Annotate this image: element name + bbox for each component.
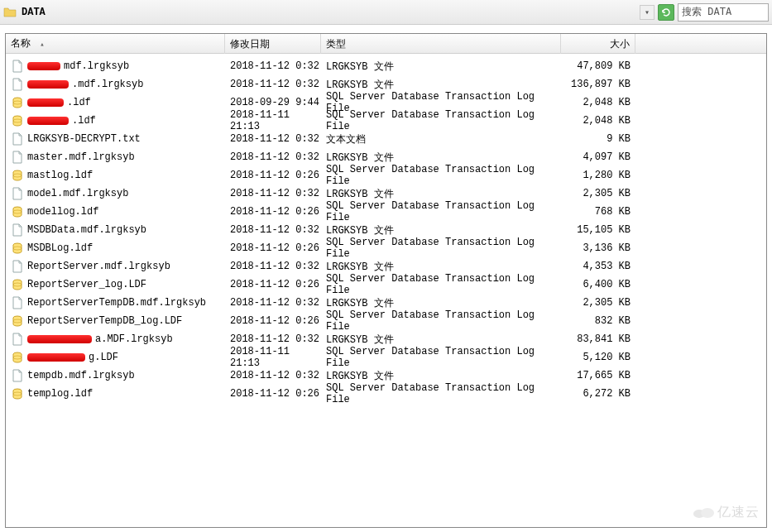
database-icon [11, 169, 24, 182]
cell-type: SQL Server Database Transaction Log File [321, 109, 561, 132]
cell-type: LRGKSYB 文件 [321, 223, 561, 237]
redacted-text [27, 98, 64, 107]
cell-date: 2018-11-12 0:26 [225, 206, 321, 218]
table-row[interactable]: MSDBLog.ldf2018-11-12 0:26SQL Server Dat… [6, 239, 766, 257]
file-pane: 名称 ▴ 修改日期 类型 大小 mdf.lrgksyb2018-11-12 0:… [5, 33, 767, 528]
filename-text: ReportServerTempDB_log.LDF [27, 315, 182, 327]
database-icon [11, 387, 24, 400]
filename-text: g.LDF [89, 352, 118, 363]
cell-filename: LRGKSYB-DECRYPT.txt [6, 132, 225, 146]
path-label: DATA [20, 7, 46, 18]
cell-date: 2018-09-29 9:44 [225, 97, 321, 108]
column-headers: 名称 ▴ 修改日期 类型 大小 [6, 34, 766, 54]
table-row[interactable]: ReportServerTempDB_log.LDF2018-11-12 0:2… [6, 312, 766, 330]
table-row[interactable]: templog.ldf2018-11-12 0:26SQL Server Dat… [6, 385, 766, 403]
cell-date: 2018-11-12 0:26 [225, 170, 321, 181]
filename-text: a.MDF.lrgksyb [95, 333, 173, 345]
file-list: mdf.lrgksyb2018-11-12 0:32LRGKSYB 文件47,8… [6, 54, 766, 403]
filename-text: ReportServer.mdf.lrgksyb [27, 261, 170, 272]
cell-size: 768 KB [561, 206, 635, 218]
table-row[interactable]: .ldf2018-11-11 21:13SQL Server Database … [6, 112, 766, 130]
cell-date: 2018-11-12 0:32 [225, 60, 321, 72]
cell-filename: modellog.ldf [6, 205, 225, 218]
cell-type: SQL Server Database Transaction Log File [321, 273, 561, 296]
cell-size: 2,048 KB [561, 115, 635, 127]
cell-type: LRGKSYB 文件 [321, 260, 561, 274]
table-row[interactable]: mdf.lrgksyb2018-11-12 0:32LRGKSYB 文件47,8… [6, 57, 766, 75]
cell-date: 2018-11-12 0:32 [225, 297, 321, 309]
cell-type: SQL Server Database Transaction Log File [321, 237, 561, 260]
redacted-text [27, 80, 69, 89]
filename-text: templog.ldf [27, 388, 93, 400]
cell-size: 9 KB [561, 133, 635, 145]
refresh-button[interactable] [658, 4, 674, 21]
filename-text: MSDBData.mdf.lrgksyb [27, 224, 146, 236]
filename-text: MSDBLog.ldf [27, 242, 93, 254]
sort-asc-icon: ▴ [40, 40, 44, 48]
cell-date: 2018-11-12 0:32 [225, 133, 321, 145]
cell-type: LRGKSYB 文件 [321, 333, 561, 347]
cell-size: 2,305 KB [561, 188, 635, 199]
cell-filename: .mdf.lrgksyb [6, 78, 225, 91]
watermark: 亿速云 [691, 504, 760, 523]
cell-date: 2018-11-11 21:13 [225, 346, 321, 369]
file-icon [11, 223, 24, 237]
svg-point-19 [701, 508, 714, 518]
cell-type: SQL Server Database Transaction Log File [321, 382, 561, 405]
cell-size: 3,136 KB [561, 242, 635, 254]
database-icon [11, 96, 24, 109]
header-date[interactable]: 修改日期 [225, 34, 321, 54]
cell-date: 2018-11-12 0:26 [225, 242, 321, 254]
dropdown-button[interactable]: ▾ [640, 5, 655, 20]
cell-date: 2018-11-12 0:32 [225, 151, 321, 163]
cell-date: 2018-11-12 0:26 [225, 388, 321, 400]
cell-size: 4,097 KB [561, 151, 635, 163]
cell-filename: mdf.lrgksyb [6, 60, 225, 73]
cell-type: LRGKSYB 文件 [321, 60, 561, 74]
file-icon [11, 369, 24, 382]
file-icon [11, 151, 24, 164]
header-name[interactable]: 名称 ▴ [6, 33, 225, 54]
cell-date: 2018-11-12 0:26 [225, 315, 321, 327]
redacted-text [27, 117, 69, 125]
filename-text: tempdb.mdf.lrgksyb [27, 370, 135, 381]
filename-text: .ldf [72, 115, 96, 127]
database-icon [11, 242, 24, 255]
path-area[interactable]: DATA [3, 6, 640, 19]
filename-text: mdf.lrgksyb [64, 60, 129, 72]
cell-filename: MSDBLog.ldf [6, 242, 225, 255]
cell-size: 17,665 KB [561, 370, 635, 381]
filename-text: mastlog.ldf [27, 170, 93, 181]
cell-type: SQL Server Database Transaction Log File [321, 309, 561, 333]
cell-date: 2018-11-12 0:32 [225, 370, 321, 381]
table-row[interactable]: LRGKSYB-DECRYPT.txt2018-11-12 0:32文本文档9 … [6, 130, 766, 148]
cell-size: 2,305 KB [561, 297, 635, 309]
filename-text: .ldf [67, 97, 91, 108]
table-row[interactable]: g.LDF2018-11-11 21:13SQL Server Database… [6, 348, 766, 367]
table-row[interactable]: mastlog.ldf2018-11-12 0:26SQL Server Dat… [6, 166, 766, 185]
filename-text: ReportServerTempDB.mdf.lrgksyb [27, 297, 206, 309]
search-placeholder: 搜索 DATA [682, 5, 731, 19]
cell-date: 2018-11-11 21:13 [225, 109, 321, 132]
cell-size: 6,400 KB [561, 279, 635, 290]
redacted-text [27, 335, 92, 343]
table-row[interactable]: modellog.ldf2018-11-12 0:26SQL Server Da… [6, 203, 766, 221]
cell-type: LRGKSYB 文件 [321, 369, 561, 383]
database-icon [11, 205, 24, 218]
cell-date: 2018-11-12 0:26 [225, 279, 321, 290]
header-type[interactable]: 类型 [321, 34, 561, 54]
cell-filename: .ldf [6, 96, 225, 109]
cell-type: SQL Server Database Transaction Log File [321, 164, 561, 187]
search-input[interactable]: 搜索 DATA [678, 3, 769, 22]
cell-filename: ReportServer_log.LDF [6, 278, 225, 291]
redacted-text [27, 353, 85, 362]
cell-type: LRGKSYB 文件 [321, 187, 561, 201]
table-row[interactable]: ReportServer_log.LDF2018-11-12 0:26SQL S… [6, 276, 766, 294]
cell-size: 5,120 KB [561, 352, 635, 363]
cell-date: 2018-11-12 0:32 [225, 261, 321, 272]
cell-type: LRGKSYB 文件 [321, 78, 561, 92]
cell-filename: model.mdf.lrgksyb [6, 187, 225, 200]
database-icon [11, 351, 24, 364]
header-size[interactable]: 大小 [561, 34, 635, 54]
cell-size: 47,809 KB [561, 60, 635, 72]
